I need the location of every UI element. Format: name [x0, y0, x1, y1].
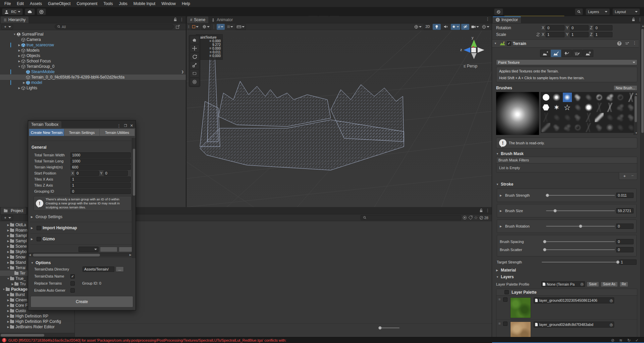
- search-by-type-icon[interactable]: [463, 215, 467, 220]
- expand-arrow-icon[interactable]: ▶: [17, 49, 21, 52]
- brush-24-fnoise[interactable]: [605, 113, 614, 122]
- brush-28-noise[interactable]: [552, 123, 561, 132]
- expand-arrow-icon[interactable]: ▶: [17, 60, 21, 63]
- brush-34-fnoise[interactable]: [616, 123, 625, 132]
- expand-arrow-icon[interactable]: ▼: [6, 277, 10, 280]
- terraindata-name-checkbox[interactable]: ✓: [70, 274, 75, 279]
- pick-window-icon[interactable]: [176, 25, 180, 29]
- brush-33-soft[interactable]: [605, 123, 614, 132]
- row-field[interactable]: 1000: [70, 158, 131, 164]
- hierarchy-item-lights[interactable]: ▶Lights: [0, 85, 186, 91]
- brush-27-smear[interactable]: [541, 123, 550, 132]
- search-by-label-icon[interactable]: [468, 215, 473, 220]
- kebab-menu-icon[interactable]: ⋮: [638, 18, 642, 21]
- brush-13-bright[interactable]: [584, 103, 593, 112]
- expand-arrow-icon[interactable]: ▶: [22, 81, 26, 84]
- toolbox-tab-terrain-utilities[interactable]: Terrain Utilities: [100, 129, 135, 136]
- project-search-input[interactable]: [361, 215, 461, 220]
- cloud-button[interactable]: [25, 8, 35, 15]
- brush-mask-foldout[interactable]: ▼Brush Mask: [496, 151, 637, 156]
- brush-20-fnoise[interactable]: [563, 113, 572, 122]
- brush-11-staro[interactable]: ☆: [563, 103, 572, 112]
- expand-arrow-icon[interactable]: ▶: [6, 261, 10, 264]
- brush-grid-scrollbar[interactable]: ▲ ▼: [634, 92, 637, 135]
- code-optimization-icon[interactable]: ✓: [635, 338, 639, 343]
- group-settings-foldout[interactable]: ▶Group Settings: [31, 214, 136, 219]
- hierarchy-item-terrain-0-0-f4c65fd6-fe79-4289[interactable]: Terrain_0_0_f4c65fd6-fe79-4289-bbf4-5e02…: [0, 75, 186, 80]
- refresh-button[interactable]: Re: [620, 282, 629, 287]
- expand-arrow-icon[interactable]: ▶: [6, 240, 10, 243]
- brush-16-noise2[interactable]: [616, 103, 625, 112]
- layers-dropdown[interactable]: Layers: [586, 8, 610, 15]
- paint-mode-dropdown[interactable]: Paint Texture: [496, 59, 637, 65]
- gizmo-z-axis-icon[interactable]: [464, 47, 470, 53]
- brush-4-fnoise[interactable]: [584, 93, 593, 102]
- brush-2-softsel[interactable]: [563, 93, 572, 102]
- rotation-slider[interactable]: [546, 226, 615, 227]
- target-slider[interactable]: [542, 262, 618, 262]
- layer-texture-thumbnail[interactable]: [510, 322, 531, 337]
- scene-viewport[interactable]: PaintTexture = 0.0009.272= 0.000= 0.011=…: [186, 31, 492, 207]
- transform-tool-button[interactable]: [190, 78, 199, 86]
- create-button[interactable]: Create: [31, 296, 133, 307]
- terraindata-directory-field[interactable]: Assets/Terrain/: [83, 266, 114, 272]
- hierarchy-item-camera[interactable]: Camera: [0, 37, 186, 42]
- menu-gameobject[interactable]: GameObject: [45, 0, 73, 7]
- brush-15-scratch[interactable]: [605, 103, 614, 112]
- brush-29-noise2[interactable]: [563, 123, 572, 132]
- rotate-tool-button[interactable]: [190, 53, 199, 61]
- paint-trees-button[interactable]: [561, 50, 572, 57]
- expand-arrow-icon[interactable]: ▶: [6, 224, 10, 227]
- expand-arrow-icon[interactable]: ▼: [6, 266, 10, 270]
- rotation-y-field[interactable]: 0: [570, 25, 589, 31]
- camera-dropdown[interactable]: [470, 24, 480, 30]
- gizmo-x-axis-icon[interactable]: [478, 47, 484, 53]
- expand-arrow-icon[interactable]: ▶: [17, 44, 21, 47]
- hierarchy-item-surrealfinal[interactable]: ▼SurrealFinal: [0, 32, 186, 37]
- expand-arrow-icon[interactable]: ▶: [6, 229, 10, 232]
- account-button[interactable]: RC: [2, 8, 23, 15]
- strength-slider[interactable]: [546, 195, 615, 196]
- layer-checkbox[interactable]: [503, 322, 507, 326]
- brush-19-fnoise[interactable]: [552, 113, 561, 122]
- tab-scene[interactable]: # Scene: [187, 16, 208, 23]
- plastic-scm-button[interactable]: [37, 8, 46, 15]
- brush-1-soft[interactable]: [552, 93, 561, 102]
- lock-icon[interactable]: [632, 17, 635, 21]
- undo-history-button[interactable]: [494, 8, 503, 15]
- row-field[interactable]: 600: [70, 164, 131, 170]
- hierarchy-item-models[interactable]: ▶Models: [0, 48, 186, 53]
- row-field[interactable]: 0: [70, 189, 131, 194]
- gizmos-dropdown[interactable]: [481, 24, 490, 30]
- expand-arrow-icon[interactable]: ▶: [6, 320, 10, 323]
- scene-visibility-toggle[interactable]: [461, 24, 469, 30]
- menu-component[interactable]: Component: [73, 0, 100, 7]
- component-enabled-checkbox[interactable]: ✓: [507, 41, 511, 46]
- foldout-arrow-icon[interactable]: ▶: [500, 225, 504, 228]
- brush-7-noise3[interactable]: [616, 93, 625, 102]
- import-heightmap-foldout[interactable]: ▶ Import Heightmap: [31, 226, 136, 230]
- save-button[interactable]: Save: [587, 282, 599, 287]
- gizmo-down-axis-icon[interactable]: [471, 53, 477, 59]
- object-picker-icon[interactable]: ◎: [610, 323, 613, 327]
- project-tree-hscrollbar[interactable]: [0, 333, 74, 337]
- presets-icon[interactable]: [625, 41, 629, 46]
- row-field[interactable]: 1000: [70, 152, 131, 158]
- expand-arrow-icon[interactable]: ▶: [6, 234, 10, 237]
- expand-arrow-icon[interactable]: ▶: [6, 256, 10, 259]
- gizmo-checkbox[interactable]: [37, 237, 41, 241]
- brush-18-scratch[interactable]: [541, 113, 550, 122]
- menu-window[interactable]: Window: [158, 0, 179, 7]
- options-foldout[interactable]: ▼Options: [31, 260, 136, 265]
- foldout-arrow-icon[interactable]: ▶: [500, 194, 504, 197]
- layer-checkbox[interactable]: [503, 297, 507, 302]
- brush-6-noise2[interactable]: [605, 93, 614, 102]
- expand-arrow-icon[interactable]: ▶: [6, 309, 10, 312]
- orientation-gizmo[interactable]: y z ≤ Persp: [462, 37, 488, 70]
- object-picker-icon[interactable]: ◎: [610, 298, 613, 303]
- terrain-component-header[interactable]: ▼ ✓ Terrain ? ⋮: [492, 40, 639, 48]
- drag-handle-icon[interactable]: =: [498, 297, 500, 318]
- stroke-foldout[interactable]: ▼Stroke: [496, 182, 637, 187]
- refresh-disabled-icon[interactable]: ↻: [627, 338, 631, 343]
- size-value-field[interactable]: 59.2721: [616, 208, 634, 213]
